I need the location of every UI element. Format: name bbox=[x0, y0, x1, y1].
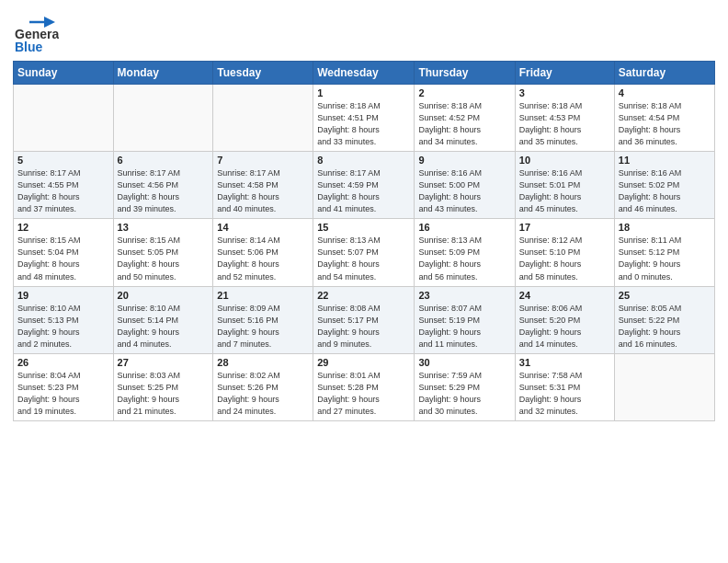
day-info: Sunrise: 7:58 AM Sunset: 5:31 PM Dayligh… bbox=[519, 370, 610, 418]
header-saturday: Saturday bbox=[614, 62, 714, 85]
cell-week3-day1: 13Sunrise: 8:15 AM Sunset: 5:05 PM Dayli… bbox=[113, 219, 213, 286]
day-number: 27 bbox=[118, 357, 210, 368]
cell-week5-day5: 31Sunrise: 7:58 AM Sunset: 5:31 PM Dayli… bbox=[515, 353, 614, 420]
cell-week5-day1: 27Sunrise: 8:03 AM Sunset: 5:25 PM Dayli… bbox=[113, 353, 213, 420]
day-info: Sunrise: 8:11 AM Sunset: 5:12 PM Dayligh… bbox=[619, 235, 711, 282]
week-row-3: 12Sunrise: 8:15 AM Sunset: 5:04 PM Dayli… bbox=[14, 219, 715, 286]
cell-week2-day4: 9Sunrise: 8:16 AM Sunset: 5:00 PM Daylig… bbox=[415, 152, 515, 219]
day-info: Sunrise: 8:05 AM Sunset: 5:22 PM Dayligh… bbox=[619, 303, 711, 350]
cell-week4-day5: 24Sunrise: 8:06 AM Sunset: 5:20 PM Dayli… bbox=[515, 286, 614, 353]
day-number: 21 bbox=[217, 290, 309, 301]
day-info: Sunrise: 8:18 AM Sunset: 4:52 PM Dayligh… bbox=[418, 100, 510, 148]
day-number: 22 bbox=[317, 290, 410, 301]
page: GeneralBlue SundayMondayTuesdayWednesday… bbox=[0, 0, 728, 563]
day-info: Sunrise: 8:17 AM Sunset: 4:59 PM Dayligh… bbox=[317, 167, 410, 215]
day-number: 24 bbox=[519, 290, 610, 301]
cell-week5-day2: 28Sunrise: 8:02 AM Sunset: 5:26 PM Dayli… bbox=[213, 353, 313, 420]
day-number: 30 bbox=[418, 357, 510, 368]
day-number: 25 bbox=[619, 290, 711, 301]
day-number: 19 bbox=[17, 290, 109, 301]
day-info: Sunrise: 8:14 AM Sunset: 5:06 PM Dayligh… bbox=[217, 235, 309, 282]
day-info: Sunrise: 8:13 AM Sunset: 5:09 PM Dayligh… bbox=[418, 235, 510, 282]
day-info: Sunrise: 8:15 AM Sunset: 5:04 PM Dayligh… bbox=[17, 235, 109, 282]
day-info: Sunrise: 8:01 AM Sunset: 5:28 PM Dayligh… bbox=[317, 370, 410, 418]
day-number: 29 bbox=[317, 357, 410, 368]
day-info: Sunrise: 8:16 AM Sunset: 5:00 PM Dayligh… bbox=[418, 167, 510, 215]
cell-week4-day0: 19Sunrise: 8:10 AM Sunset: 5:13 PM Dayli… bbox=[14, 286, 114, 353]
day-info: Sunrise: 8:07 AM Sunset: 5:19 PM Dayligh… bbox=[418, 303, 510, 350]
day-info: Sunrise: 8:18 AM Sunset: 4:53 PM Dayligh… bbox=[519, 100, 610, 148]
day-number: 5 bbox=[17, 155, 109, 166]
day-number: 18 bbox=[619, 222, 711, 233]
day-info: Sunrise: 8:09 AM Sunset: 5:16 PM Dayligh… bbox=[217, 303, 309, 350]
day-info: Sunrise: 8:04 AM Sunset: 5:23 PM Dayligh… bbox=[17, 370, 109, 418]
cell-week3-day5: 17Sunrise: 8:12 AM Sunset: 5:10 PM Dayli… bbox=[515, 219, 614, 286]
svg-text:Blue: Blue bbox=[15, 40, 43, 53]
day-info: Sunrise: 8:17 AM Sunset: 4:55 PM Dayligh… bbox=[17, 167, 109, 215]
day-number: 15 bbox=[317, 222, 410, 233]
day-number: 9 bbox=[418, 155, 510, 166]
week-row-1: 1Sunrise: 8:18 AM Sunset: 4:51 PM Daylig… bbox=[14, 85, 715, 152]
cell-week2-day5: 10Sunrise: 8:16 AM Sunset: 5:01 PM Dayli… bbox=[515, 152, 614, 219]
day-number: 3 bbox=[519, 87, 610, 98]
header-wednesday: Wednesday bbox=[313, 62, 415, 85]
cell-week2-day0: 5Sunrise: 8:17 AM Sunset: 4:55 PM Daylig… bbox=[14, 152, 114, 219]
day-info: Sunrise: 8:16 AM Sunset: 5:02 PM Dayligh… bbox=[619, 167, 711, 215]
day-number: 26 bbox=[17, 357, 109, 368]
day-number: 7 bbox=[217, 155, 309, 166]
cell-week3-day0: 12Sunrise: 8:15 AM Sunset: 5:04 PM Dayli… bbox=[14, 219, 114, 286]
header-sunday: Sunday bbox=[14, 62, 114, 85]
week-row-2: 5Sunrise: 8:17 AM Sunset: 4:55 PM Daylig… bbox=[14, 152, 715, 219]
day-number: 31 bbox=[519, 357, 610, 368]
cell-week5-day6 bbox=[614, 353, 714, 420]
day-info: Sunrise: 8:08 AM Sunset: 5:17 PM Dayligh… bbox=[317, 303, 410, 350]
cell-week1-day1 bbox=[113, 85, 213, 152]
day-number: 13 bbox=[118, 222, 210, 233]
calendar-header-row: SundayMondayTuesdayWednesdayThursdayFrid… bbox=[14, 62, 715, 85]
day-info: Sunrise: 8:15 AM Sunset: 5:05 PM Dayligh… bbox=[118, 235, 210, 282]
day-info: Sunrise: 8:12 AM Sunset: 5:10 PM Dayligh… bbox=[519, 235, 610, 282]
cell-week2-day6: 11Sunrise: 8:16 AM Sunset: 5:02 PM Dayli… bbox=[614, 152, 714, 219]
cell-week1-day5: 3Sunrise: 8:18 AM Sunset: 4:53 PM Daylig… bbox=[515, 85, 614, 152]
cell-week3-day6: 18Sunrise: 8:11 AM Sunset: 5:12 PM Dayli… bbox=[614, 219, 714, 286]
day-info: Sunrise: 8:06 AM Sunset: 5:20 PM Dayligh… bbox=[519, 303, 610, 350]
cell-week5-day3: 29Sunrise: 8:01 AM Sunset: 5:28 PM Dayli… bbox=[313, 353, 415, 420]
day-number: 12 bbox=[17, 222, 109, 233]
day-info: Sunrise: 8:13 AM Sunset: 5:07 PM Dayligh… bbox=[317, 235, 410, 282]
cell-week4-day4: 23Sunrise: 8:07 AM Sunset: 5:19 PM Dayli… bbox=[415, 286, 515, 353]
week-row-5: 26Sunrise: 8:04 AM Sunset: 5:23 PM Dayli… bbox=[14, 353, 715, 420]
day-info: Sunrise: 8:18 AM Sunset: 4:51 PM Dayligh… bbox=[317, 100, 410, 148]
day-info: Sunrise: 8:17 AM Sunset: 4:56 PM Dayligh… bbox=[118, 167, 210, 215]
day-number: 6 bbox=[118, 155, 210, 166]
day-number: 16 bbox=[418, 222, 510, 233]
header-tuesday: Tuesday bbox=[213, 62, 313, 85]
day-info: Sunrise: 8:16 AM Sunset: 5:01 PM Dayligh… bbox=[519, 167, 610, 215]
day-number: 17 bbox=[519, 222, 610, 233]
cell-week1-day2 bbox=[213, 85, 313, 152]
cell-week1-day3: 1Sunrise: 8:18 AM Sunset: 4:51 PM Daylig… bbox=[313, 85, 415, 152]
cell-week4-day3: 22Sunrise: 8:08 AM Sunset: 5:17 PM Dayli… bbox=[313, 286, 415, 353]
cell-week4-day6: 25Sunrise: 8:05 AM Sunset: 5:22 PM Dayli… bbox=[614, 286, 714, 353]
day-info: Sunrise: 8:18 AM Sunset: 4:54 PM Dayligh… bbox=[619, 100, 711, 148]
week-row-4: 19Sunrise: 8:10 AM Sunset: 5:13 PM Dayli… bbox=[14, 286, 715, 353]
cell-week4-day2: 21Sunrise: 8:09 AM Sunset: 5:16 PM Dayli… bbox=[213, 286, 313, 353]
header-friday: Friday bbox=[515, 62, 614, 85]
cell-week3-day2: 14Sunrise: 8:14 AM Sunset: 5:06 PM Dayli… bbox=[213, 219, 313, 286]
day-number: 11 bbox=[619, 155, 711, 166]
day-number: 14 bbox=[217, 222, 309, 233]
day-number: 2 bbox=[418, 87, 510, 98]
cell-week4-day1: 20Sunrise: 8:10 AM Sunset: 5:14 PM Dayli… bbox=[113, 286, 213, 353]
cell-week5-day0: 26Sunrise: 8:04 AM Sunset: 5:23 PM Dayli… bbox=[14, 353, 114, 420]
day-number: 4 bbox=[619, 87, 711, 98]
day-number: 1 bbox=[317, 87, 410, 98]
day-info: Sunrise: 8:17 AM Sunset: 4:58 PM Dayligh… bbox=[217, 167, 309, 215]
cell-week5-day4: 30Sunrise: 7:59 AM Sunset: 5:29 PM Dayli… bbox=[415, 353, 515, 420]
day-info: Sunrise: 7:59 AM Sunset: 5:29 PM Dayligh… bbox=[418, 370, 510, 418]
cell-week1-day0 bbox=[14, 85, 114, 152]
day-number: 10 bbox=[519, 155, 610, 166]
cell-week2-day2: 7Sunrise: 8:17 AM Sunset: 4:58 PM Daylig… bbox=[213, 152, 313, 219]
calendar-table: SundayMondayTuesdayWednesdayThursdayFrid… bbox=[13, 61, 715, 421]
day-info: Sunrise: 8:10 AM Sunset: 5:13 PM Dayligh… bbox=[17, 303, 109, 350]
day-number: 23 bbox=[418, 290, 510, 301]
day-info: Sunrise: 8:10 AM Sunset: 5:14 PM Dayligh… bbox=[118, 303, 210, 350]
